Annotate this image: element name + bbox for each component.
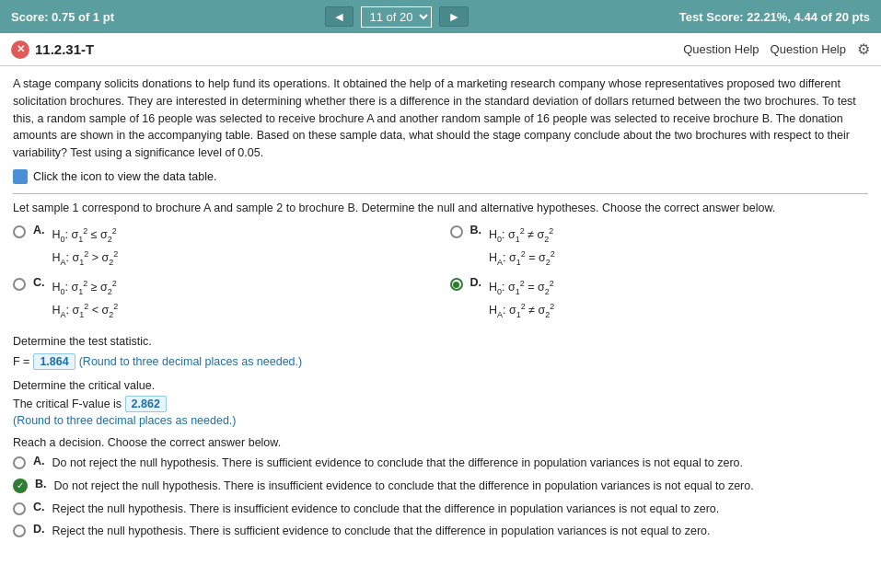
null-hyp-b: H0: σ12 ≠ σ22 [489,224,555,247]
option-letter-c: C. [33,276,45,289]
radio-a[interactable] [13,225,26,238]
question-id: ✕ 11.2.31-T [11,40,94,59]
radio-d[interactable] [450,278,463,291]
decision-text-d: Reject the null hypothesis. There is suf… [52,523,711,540]
hypothesis-content-c: H0: σ12 ≥ σ22 HA: σ12 < σ22 [52,276,119,322]
alt-hyp-d: HA: σ12 ≠ σ22 [489,299,554,322]
test-statistic-label: Determine the test statistic. [13,335,868,348]
x-icon: ✕ [11,40,29,59]
question-select[interactable]: 11 of 20 [361,6,432,28]
next-button[interactable]: ► [439,6,469,27]
radio-b[interactable] [450,225,463,238]
decision-option-b[interactable]: ✓ B. Do not reject the null hypothesis. … [13,478,868,495]
main-content: A stage company solicits donations to he… [0,66,881,555]
data-table-link[interactable]: Click the icon to view the data table. [13,169,868,184]
decision-radio-c[interactable] [13,502,26,515]
decision-text-a: Do not reject the null hypothesis. There… [52,455,743,472]
f-value[interactable]: 1.864 [33,353,75,370]
question-help-text[interactable]: Question Help [771,42,846,56]
prev-button[interactable]: ◄ [325,6,354,27]
null-hyp-d: H0: σ12 = σ22 [489,276,554,299]
option-letter-b: B. [470,224,482,236]
gear-icon[interactable]: ⚙ [857,40,870,58]
hypotheses-label: Let sample 1 correspond to brochure A an… [13,202,868,214]
grid-icon [13,169,28,184]
decision-text-c: Reject the null hypothesis. There is ins… [52,501,720,518]
decision-letter-c: C. [33,501,45,513]
critical-value-value[interactable]: 2.862 [125,396,167,412]
hypothesis-content-d: H0: σ12 = σ22 HA: σ12 ≠ σ22 [489,276,554,322]
test-score-label: Test Score: 22.21%, 4.44 of 20 pts [679,10,870,24]
hypotheses-grid: A. H0: σ12 ≤ σ22 HA: σ12 > σ22 B. H0: σ1… [13,224,868,322]
radio-c[interactable] [13,278,26,291]
question-id-text: 11.2.31-T [35,41,94,57]
decision-label: Reach a decision. Choose the correct ans… [13,436,868,449]
f-note: (Round to three decimal places as needed… [79,355,303,368]
section-divider [13,193,868,194]
question-help-link[interactable]: Question Help [683,42,759,56]
decision-letter-d: D. [33,523,45,536]
second-bar: ✕ 11.2.31-T Question Help Question Help … [0,33,881,66]
decision-letter-a: A. [33,455,45,467]
hypothesis-option-a[interactable]: A. H0: σ12 ≤ σ22 HA: σ12 > σ22 [13,224,432,270]
decision-option-d[interactable]: D. Reject the null hypothesis. There is … [13,523,868,540]
second-bar-right: Question Help Question Help ⚙ [683,40,870,58]
question-nav: ◄ 11 of 20 ► [325,6,469,28]
checkmark-icon-b: ✓ [13,478,28,493]
decision-text-b: Do not reject the null hypothesis. There… [54,478,754,495]
null-hyp-c: H0: σ12 ≥ σ22 [52,276,119,299]
hypothesis-option-d[interactable]: D. H0: σ12 = σ22 HA: σ12 ≠ σ22 [450,276,869,322]
critical-value-line: The critical F-value is 2.862 [13,398,868,410]
critical-value-text: The critical F-value is [13,398,122,410]
f-label: F = [13,355,29,368]
test-statistic-line: F = 1.864 (Round to three decimal places… [13,353,868,370]
decision-option-c[interactable]: C. Reject the null hypothesis. There is … [13,501,868,518]
top-bar: Score: 0.75 of 1 pt ◄ 11 of 20 ► Test Sc… [0,0,881,33]
decision-option-a[interactable]: A. Do not reject the null hypothesis. Th… [13,455,868,472]
decision-letter-b: B. [35,478,47,490]
critical-value-note-line: (Round to three decimal places as needed… [13,414,868,427]
option-letter-d: D. [470,276,482,289]
data-table-link-text[interactable]: Click the icon to view the data table. [33,170,216,183]
decision-radio-a[interactable] [13,456,26,469]
critical-value-note: (Round to three decimal places as needed… [13,414,237,427]
alt-hyp-a: HA: σ12 > σ22 [52,247,119,270]
option-letter-a: A. [33,224,45,236]
hypothesis-content-a: H0: σ12 ≤ σ22 HA: σ12 > σ22 [52,224,119,270]
alt-hyp-b: HA: σ12 = σ22 [489,247,555,270]
problem-text: A stage company solicits donations to he… [13,75,868,162]
alt-hyp-c: HA: σ12 < σ22 [52,299,119,322]
hypothesis-option-c[interactable]: C. H0: σ12 ≥ σ22 HA: σ12 < σ22 [13,276,432,322]
hypothesis-content-b: H0: σ12 ≠ σ22 HA: σ12 = σ22 [489,224,555,270]
score-label: Score: 0.75 of 1 pt [11,10,114,24]
decision-radio-d[interactable] [13,525,26,537]
radio-d-inner [453,282,459,288]
critical-value-label: Determine the critical value. [13,379,868,392]
null-hyp-a: H0: σ12 ≤ σ22 [52,224,119,247]
hypothesis-option-b[interactable]: B. H0: σ12 ≠ σ22 HA: σ12 = σ22 [450,224,869,270]
